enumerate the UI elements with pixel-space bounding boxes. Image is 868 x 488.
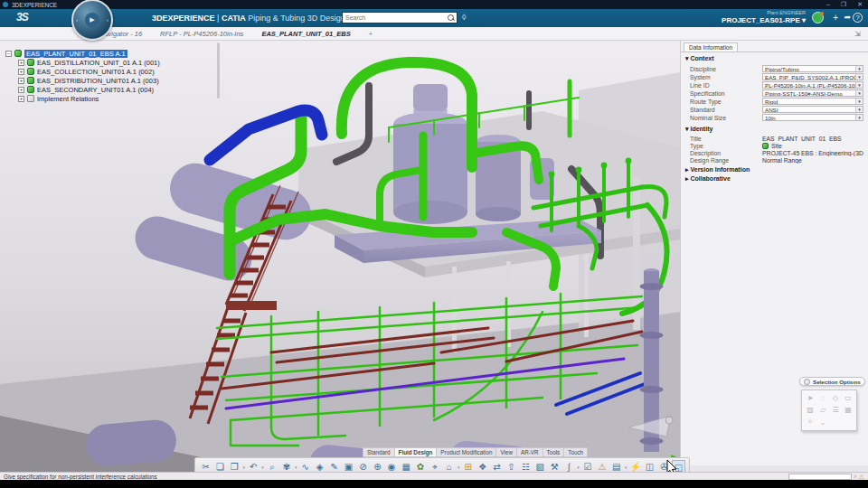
place-component-icon[interactable]: ◈ [313,460,326,473]
tree-item-label[interactable]: EAS_DISTRIBUTION_UNIT01 A.1 (003) [37,77,159,85]
search-box[interactable] [342,12,458,23]
warning-icon[interactable]: ⚠ [859,474,864,480]
dropdown-icon[interactable]: ▾ [855,82,863,88]
share-icon[interactable]: ➦ [844,13,851,22]
project-name[interactable]: PROJECT_EAS01-RPE [722,16,800,24]
dropdown-arrow-icon[interactable]: ▾ [261,465,265,470]
expand-panel-icon[interactable]: ⇲ [854,30,861,38]
tree-item-collection[interactable]: + EAS_COLLECTION_UNIT01 A.1 (002) [18,67,160,76]
line-id-combobox[interactable]: PL-P45206-10in.A.1 (PL-P45206-10in.1) ▾ [762,81,863,89]
collapse-caret-icon[interactable]: ▾ [685,126,689,132]
system-combobox[interactable]: EAS_PIP_P&ID_SYS002.A.1 (PROCESS_20) ▾ [762,73,863,80]
cut-icon[interactable]: ✂ [199,460,212,473]
select-arrow-icon[interactable]: ➤ [807,394,814,402]
raise-icon[interactable]: ⇧ [505,460,518,473]
dropdown-icon[interactable]: ▾ [855,115,863,120]
power-input-icon[interactable]: ✾ [279,460,293,473]
user-context[interactable]: Plant ENGINEER PROJECT_EAS01-RPE ▾ [722,11,806,24]
dropdown-icon[interactable]: ▾ [855,99,863,104]
discipline-combobox[interactable]: Piping/Tubing ▾ [762,65,863,72]
tab-view[interactable]: View [495,447,516,457]
mini-search-icon[interactable]: ⌕ [854,474,856,480]
light-pin-icon[interactable]: ⌖ [429,460,442,473]
collapse-caret-icon[interactable]: ▾ [685,55,689,61]
route-run-icon[interactable]: ∿ [298,460,312,473]
search-input[interactable] [343,14,448,21]
tab-tools[interactable]: Tools [542,447,564,457]
expand-caret-icon[interactable]: ▸ [685,166,689,173]
dropdown-icon[interactable]: ▾ [855,66,863,71]
dropdown-arrow-icon[interactable]: ▾ [242,465,246,470]
tree-item-label[interactable]: EAS_SECONDARY_UNIT01 A.1 (004) [37,86,154,94]
tree-root-label[interactable]: EAS_PLANT_UNIT_01_EBS A.1 [24,50,127,58]
tree-item-implement-relations[interactable]: + Implement Relations [18,94,160,103]
zoom-icon[interactable]: ⌕ [266,460,279,473]
maximize-button[interactable]: ❐ [841,1,846,8]
tag-icon[interactable]: ◊ [462,13,466,22]
locked-folder-icon[interactable]: ⊞ [461,460,475,473]
specification-combobox[interactable]: Piping-SSTL-150#-ANSI-Demo ▾ [762,89,863,97]
select-paint-icon[interactable]: ▨ [807,406,814,414]
tree-item-label[interactable]: Implement Relations [37,95,99,103]
copy-icon[interactable]: ❏ [213,460,227,473]
expand-caret-icon[interactable]: ▸ [685,175,689,182]
tab-standard[interactable]: Standard [363,447,394,457]
3dexperience-compass[interactable]: ▶ ‹ › [71,0,113,41]
connect-icon[interactable]: ⊕ [371,460,384,473]
select-through-icon[interactable]: ▦ [844,406,852,414]
selection-options-panel[interactable]: ➤ ◌ ◇ ▭ ▨ ▱ ☰ ▦ ⌗ ⌄ [801,389,857,431]
viewport-3d[interactable]: − EAS_PLANT_UNIT_01_EBS A.1 + EAS_DISTIL… [0,41,868,472]
tab-fluid-design[interactable]: Fluid Design [394,447,437,457]
tree-scrollbar[interactable] [217,42,220,99]
tree-item-distribution[interactable]: + EAS_DISTRIBUTION_UNIT01 A.1 (003) [18,76,160,85]
route-type-combobox[interactable]: Rigid ▾ [762,98,863,105]
insert-part-icon[interactable]: ▣ [342,460,355,473]
dropdown-arrow-icon[interactable]: ▾ [457,465,460,470]
select-more-icon[interactable]: ⌄ [820,418,826,427]
tree-root-row[interactable]: − EAS_PLANT_UNIT_01_EBS A.1 [5,49,160,58]
tree-expander-icon[interactable]: + [18,69,24,75]
minimize-button[interactable]: – [826,1,830,8]
tree-expander-icon[interactable]: − [5,51,12,57]
select-free-icon[interactable]: ☰ [832,406,838,414]
network-icon[interactable]: ◉ [385,460,399,473]
identity-section-header[interactable]: ▾ Identity [685,126,712,133]
share-nodes-icon[interactable]: ❖ [476,460,489,473]
compass-play-icon[interactable]: ▶ [85,13,99,27]
close-button[interactable]: ✕ [857,1,863,8]
table-icon[interactable]: ▤ [609,460,623,473]
route-modify-icon[interactable]: ✎ [327,460,341,473]
tree-item-label[interactable]: EAS_DISTILLATION_UNIT_01 A.1 (001) [37,59,160,67]
selection-options-pill[interactable]: Selection Options [799,377,865,386]
select-trap-icon[interactable]: ▱ [820,406,826,414]
dropdown-icon[interactable]: ▾ [855,74,863,80]
collaborative-section-header[interactable]: ▸ Collaborative [685,175,731,183]
tree-expander-icon[interactable]: + [18,96,24,102]
avatar[interactable] [812,12,824,23]
help-icon[interactable]: ? [853,13,863,23]
standard-combobox[interactable]: ANSI ▾ [762,106,863,113]
remove-run-icon[interactable]: ⊘ [356,460,370,473]
undo-icon[interactable]: ↶ [247,460,260,473]
spline-icon[interactable]: ∫ [562,460,576,473]
window-layout-icon[interactable]: ◫ [643,460,656,473]
valve-icon[interactable]: ✿ [414,460,428,473]
select-filter-icon[interactable]: ⌗ [808,418,813,427]
tree-item-label[interactable]: EAS_COLLECTION_UNIT01 A.1 (002) [37,68,155,76]
tree-expander-icon[interactable]: + [18,78,24,84]
dropdown-arrow-icon[interactable]: ▾ [294,465,297,470]
transfer-icon[interactable]: ⇄ [490,460,504,473]
search-icon[interactable] [448,14,454,21]
command-field[interactable] [788,474,852,480]
engineer-tools-icon[interactable]: ⚒ [548,460,561,473]
tab-ar-vr[interactable]: AR-VR [516,447,542,457]
tab-product-modification[interactable]: Product Modification [436,447,495,457]
context-section-header[interactable]: ▾ Context [685,55,714,62]
dropdown-arrow-icon[interactable]: ▾ [577,465,580,470]
tree-item-distillation[interactable]: + EAS_DISTILLATION_UNIT_01 A.1 (001) [18,58,160,67]
validate-icon[interactable]: ☑ [581,460,595,473]
home-icon[interactable]: ⌂ [442,460,456,473]
paste-icon[interactable]: ❐ [228,460,241,473]
tree-item-secondary[interactable]: + EAS_SECONDARY_UNIT01 A.1 (004) [18,85,160,94]
select-polygon-icon[interactable]: ◇ [833,394,838,402]
